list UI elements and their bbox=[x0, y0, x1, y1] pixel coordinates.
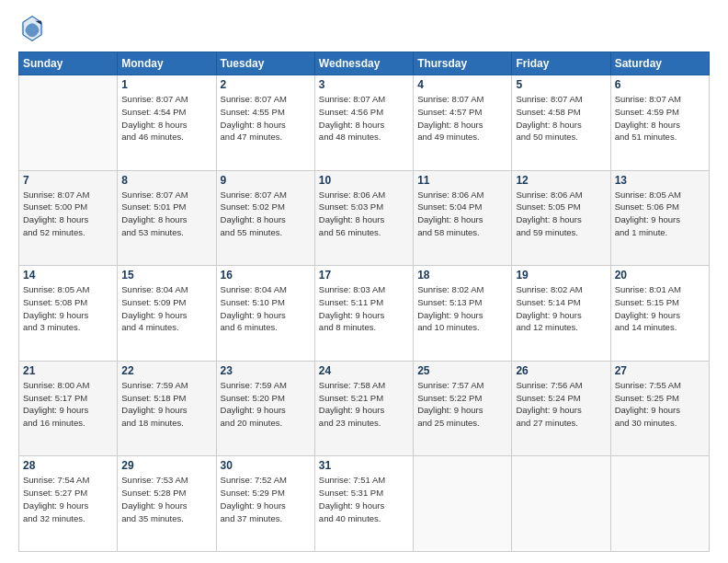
day-info: Sunrise: 8:07 AMSunset: 4:54 PMDaylight:… bbox=[121, 93, 211, 144]
day-number: 7 bbox=[23, 174, 113, 187]
day-info: Sunrise: 7:53 AMSunset: 5:28 PMDaylight:… bbox=[121, 474, 211, 524]
day-info: Sunrise: 8:06 AMSunset: 5:05 PMDaylight:… bbox=[516, 189, 606, 239]
day-number: 20 bbox=[615, 269, 705, 282]
calendar-cell: 27Sunrise: 7:55 AMSunset: 5:25 PMDayligh… bbox=[610, 361, 709, 456]
calendar-cell bbox=[414, 456, 512, 552]
day-number: 14 bbox=[23, 269, 113, 282]
day-number: 5 bbox=[516, 78, 606, 91]
day-info: Sunrise: 8:07 AMSunset: 5:00 PMDaylight:… bbox=[23, 189, 113, 239]
day-number: 1 bbox=[121, 78, 211, 91]
logo-icon bbox=[18, 15, 46, 42]
calendar-cell: 20Sunrise: 8:01 AMSunset: 5:15 PMDayligh… bbox=[610, 266, 709, 362]
page: SundayMondayTuesdayWednesdayThursdayFrid… bbox=[0, 0, 728, 563]
day-number: 13 bbox=[615, 174, 705, 187]
calendar-table: SundayMondayTuesdayWednesdayThursdayFrid… bbox=[18, 52, 710, 552]
day-number: 8 bbox=[121, 174, 211, 187]
calendar-cell: 12Sunrise: 8:06 AMSunset: 5:05 PMDayligh… bbox=[512, 170, 610, 266]
calendar-week-2: 7Sunrise: 8:07 AMSunset: 5:00 PMDaylight… bbox=[19, 170, 710, 266]
day-number: 4 bbox=[417, 78, 507, 91]
day-info: Sunrise: 7:57 AMSunset: 5:22 PMDaylight:… bbox=[417, 379, 507, 430]
day-info: Sunrise: 8:04 AMSunset: 5:09 PMDaylight:… bbox=[121, 283, 211, 334]
day-number: 29 bbox=[121, 459, 211, 472]
day-number: 12 bbox=[516, 174, 606, 187]
calendar-cell: 23Sunrise: 7:59 AMSunset: 5:20 PMDayligh… bbox=[216, 361, 314, 456]
day-number: 6 bbox=[615, 78, 705, 91]
day-info: Sunrise: 8:05 AMSunset: 5:06 PMDaylight:… bbox=[615, 189, 705, 239]
day-number: 23 bbox=[221, 364, 311, 377]
day-number: 17 bbox=[319, 269, 409, 282]
day-number: 26 bbox=[516, 364, 606, 377]
day-info: Sunrise: 8:07 AMSunset: 5:01 PMDaylight:… bbox=[121, 189, 211, 239]
calendar-cell bbox=[512, 456, 610, 552]
weekday-header-tuesday: Tuesday bbox=[216, 52, 314, 75]
calendar-cell: 7Sunrise: 8:07 AMSunset: 5:00 PMDaylight… bbox=[19, 170, 118, 266]
day-number: 30 bbox=[221, 459, 311, 472]
calendar-cell: 9Sunrise: 8:07 AMSunset: 5:02 PMDaylight… bbox=[216, 170, 314, 266]
calendar-cell: 6Sunrise: 8:07 AMSunset: 4:59 PMDaylight… bbox=[610, 75, 709, 171]
day-info: Sunrise: 8:01 AMSunset: 5:15 PMDaylight:… bbox=[615, 283, 705, 334]
calendar-week-3: 14Sunrise: 8:05 AMSunset: 5:08 PMDayligh… bbox=[19, 266, 710, 362]
day-info: Sunrise: 7:56 AMSunset: 5:24 PMDaylight:… bbox=[516, 379, 606, 430]
calendar-cell bbox=[19, 75, 118, 171]
day-info: Sunrise: 7:51 AMSunset: 5:31 PMDaylight:… bbox=[319, 474, 409, 524]
day-info: Sunrise: 7:59 AMSunset: 5:20 PMDaylight:… bbox=[221, 379, 311, 430]
calendar-cell: 2Sunrise: 8:07 AMSunset: 4:55 PMDaylight… bbox=[216, 75, 314, 171]
day-number: 19 bbox=[516, 269, 606, 282]
day-number: 11 bbox=[417, 174, 507, 187]
calendar-cell: 5Sunrise: 8:07 AMSunset: 4:58 PMDaylight… bbox=[512, 75, 610, 171]
day-info: Sunrise: 8:06 AMSunset: 5:03 PMDaylight:… bbox=[319, 189, 409, 239]
calendar-cell: 28Sunrise: 7:54 AMSunset: 5:27 PMDayligh… bbox=[19, 456, 118, 552]
calendar-cell: 1Sunrise: 8:07 AMSunset: 4:54 PMDaylight… bbox=[118, 75, 216, 171]
day-number: 31 bbox=[319, 459, 409, 472]
calendar-cell: 15Sunrise: 8:04 AMSunset: 5:09 PMDayligh… bbox=[118, 266, 216, 362]
calendar-cell: 8Sunrise: 8:07 AMSunset: 5:01 PMDaylight… bbox=[118, 170, 216, 266]
weekday-header-wednesday: Wednesday bbox=[314, 52, 413, 75]
weekday-header-thursday: Thursday bbox=[414, 52, 512, 75]
weekday-header-monday: Monday bbox=[118, 52, 216, 75]
weekday-header-sunday: Sunday bbox=[19, 52, 118, 75]
day-info: Sunrise: 7:52 AMSunset: 5:29 PMDaylight:… bbox=[221, 474, 311, 524]
day-number: 24 bbox=[319, 364, 409, 377]
header bbox=[18, 15, 710, 42]
day-number: 25 bbox=[417, 364, 507, 377]
day-number: 21 bbox=[23, 364, 113, 377]
calendar-cell: 10Sunrise: 8:06 AMSunset: 5:03 PMDayligh… bbox=[314, 170, 413, 266]
day-info: Sunrise: 8:07 AMSunset: 5:02 PMDaylight:… bbox=[221, 189, 311, 239]
day-info: Sunrise: 8:07 AMSunset: 4:55 PMDaylight:… bbox=[221, 93, 311, 144]
day-number: 3 bbox=[319, 78, 409, 91]
day-info: Sunrise: 7:59 AMSunset: 5:18 PMDaylight:… bbox=[121, 379, 211, 430]
weekday-header-row: SundayMondayTuesdayWednesdayThursdayFrid… bbox=[19, 52, 710, 75]
weekday-header-friday: Friday bbox=[512, 52, 610, 75]
calendar-cell: 16Sunrise: 8:04 AMSunset: 5:10 PMDayligh… bbox=[216, 266, 314, 362]
calendar-week-4: 21Sunrise: 8:00 AMSunset: 5:17 PMDayligh… bbox=[19, 361, 710, 456]
calendar-cell: 11Sunrise: 8:06 AMSunset: 5:04 PMDayligh… bbox=[414, 170, 512, 266]
day-info: Sunrise: 8:05 AMSunset: 5:08 PMDaylight:… bbox=[23, 283, 113, 334]
day-number: 18 bbox=[417, 269, 507, 282]
calendar-cell bbox=[610, 456, 709, 552]
day-number: 9 bbox=[221, 174, 311, 187]
calendar-cell: 25Sunrise: 7:57 AMSunset: 5:22 PMDayligh… bbox=[414, 361, 512, 456]
day-info: Sunrise: 8:06 AMSunset: 5:04 PMDaylight:… bbox=[417, 189, 507, 239]
day-info: Sunrise: 7:58 AMSunset: 5:21 PMDaylight:… bbox=[319, 379, 409, 430]
calendar-cell: 24Sunrise: 7:58 AMSunset: 5:21 PMDayligh… bbox=[314, 361, 413, 456]
day-info: Sunrise: 8:04 AMSunset: 5:10 PMDaylight:… bbox=[221, 283, 311, 334]
day-info: Sunrise: 7:55 AMSunset: 5:25 PMDaylight:… bbox=[615, 379, 705, 430]
day-info: Sunrise: 8:07 AMSunset: 4:56 PMDaylight:… bbox=[319, 93, 409, 144]
calendar-week-5: 28Sunrise: 7:54 AMSunset: 5:27 PMDayligh… bbox=[19, 456, 710, 552]
day-info: Sunrise: 8:02 AMSunset: 5:13 PMDaylight:… bbox=[417, 283, 507, 334]
day-info: Sunrise: 8:03 AMSunset: 5:11 PMDaylight:… bbox=[319, 283, 409, 334]
calendar-cell: 21Sunrise: 8:00 AMSunset: 5:17 PMDayligh… bbox=[19, 361, 118, 456]
calendar-cell: 29Sunrise: 7:53 AMSunset: 5:28 PMDayligh… bbox=[118, 456, 216, 552]
day-number: 22 bbox=[121, 364, 211, 377]
day-number: 28 bbox=[23, 459, 113, 472]
day-number: 15 bbox=[121, 269, 211, 282]
day-number: 27 bbox=[615, 364, 705, 377]
calendar-cell: 14Sunrise: 8:05 AMSunset: 5:08 PMDayligh… bbox=[19, 266, 118, 362]
day-info: Sunrise: 8:07 AMSunset: 4:59 PMDaylight:… bbox=[615, 93, 705, 144]
day-info: Sunrise: 8:02 AMSunset: 5:14 PMDaylight:… bbox=[516, 283, 606, 334]
day-info: Sunrise: 8:00 AMSunset: 5:17 PMDaylight:… bbox=[23, 379, 113, 430]
calendar-cell: 26Sunrise: 7:56 AMSunset: 5:24 PMDayligh… bbox=[512, 361, 610, 456]
calendar-cell: 19Sunrise: 8:02 AMSunset: 5:14 PMDayligh… bbox=[512, 266, 610, 362]
logo bbox=[18, 15, 50, 42]
day-number: 16 bbox=[221, 269, 311, 282]
